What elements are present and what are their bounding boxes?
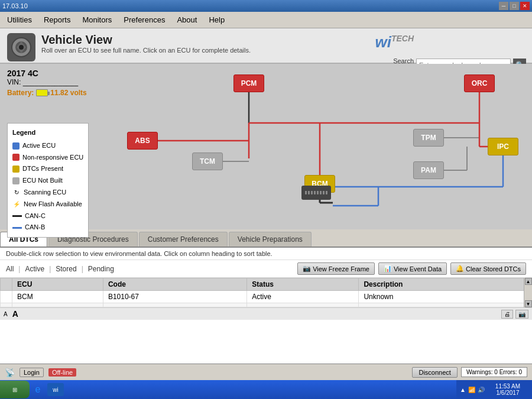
legend-can-b: CAN-B <box>12 222 83 233</box>
dtc-table: ECU Code Status Description BCM B1010-67… <box>0 278 532 307</box>
filter-active[interactable]: Active <box>25 265 44 273</box>
menu-about[interactable]: About <box>171 13 203 27</box>
col-select[interactable] <box>1 278 12 291</box>
legend-title: Legend <box>12 127 83 139</box>
clear-dtcs-icon: 🔔 <box>456 265 464 273</box>
screenshot-button[interactable]: 📷 <box>515 310 528 319</box>
cell-status <box>247 303 359 307</box>
can-c-line <box>12 215 22 217</box>
col-description[interactable]: Description <box>359 278 532 291</box>
svg-point-2 <box>19 45 24 50</box>
offline-badge: Off-line <box>48 368 76 377</box>
cell-ecu: BCM <box>12 291 103 303</box>
close-button[interactable]: ✕ <box>520 2 530 10</box>
table-row[interactable] <box>1 303 532 307</box>
rss-icon: 📡 <box>5 368 15 377</box>
cell-description <box>359 303 532 307</box>
active-ecu-dot <box>12 142 20 150</box>
clock-date: 1/6/2017 <box>492 390 524 396</box>
battery-volts: 11.82 volts <box>50 89 86 97</box>
app-header: Vehicle View Roll over an ECU to see ful… <box>0 28 532 64</box>
filter-all[interactable]: All <box>6 265 14 273</box>
clock-time: 11:53 AM <box>492 383 524 390</box>
cell-description: Unknown <box>359 291 532 303</box>
page-title: Vehicle View <box>41 33 251 47</box>
header-text: Vehicle View Roll over an ECU to see ful… <box>41 33 251 54</box>
freeze-frame-icon: 📷 <box>303 265 311 273</box>
col-code[interactable]: Code <box>103 278 246 291</box>
status-bar: 📡 Login Off-line Disconnect Warnings: 0 … <box>0 364 532 380</box>
view-freeze-frame-button[interactable]: 📷 View Freeze Frame <box>297 262 375 275</box>
table-scrollbar[interactable]: ▲ ▼ <box>524 278 532 307</box>
view-event-data-button[interactable]: 📊 View Event Data <box>378 262 447 275</box>
system-tray: ▲ 📶 🔊 11:53 AM 1/6/2017 <box>456 380 532 399</box>
font-row-left: A A <box>4 309 18 319</box>
ecu-orc[interactable]: ORC <box>464 74 495 92</box>
menu-preferences[interactable]: Preferences <box>118 13 171 27</box>
connector-pins <box>305 191 328 194</box>
nonresponsive-ecu-dot <box>12 154 20 161</box>
battery-icon <box>36 89 48 96</box>
cell-code: B1010-67 <box>103 291 246 303</box>
font-small-label: A <box>4 311 8 317</box>
font-large-label: A <box>12 309 18 319</box>
minimize-button[interactable]: ─ <box>499 2 508 10</box>
tray-volume-icon: 🔊 <box>478 387 485 393</box>
print-button[interactable]: 🖨 <box>501 310 513 319</box>
vehicle-view-area: 2017 4C VIN: ______________ Battery: 11.… <box>0 64 532 229</box>
wiring-diagram <box>100 70 526 223</box>
dtc-info-bar: Double-click row selection to view envir… <box>0 248 532 260</box>
ie-icon[interactable]: e <box>31 382 45 397</box>
col-status[interactable]: Status <box>247 278 359 291</box>
ecu-pam[interactable]: PAM <box>413 161 444 179</box>
clear-stored-dtcs-button[interactable]: 🔔 Clear Stored DTCs <box>450 262 526 275</box>
menu-bar: Utilities Reports Monitors Preferences A… <box>0 12 532 28</box>
status-left: 📡 Login Off-line <box>5 368 76 377</box>
legend-new-flash: ⚡ New Flash Available <box>12 199 83 210</box>
disconnect-button[interactable]: Disconnect <box>412 367 457 378</box>
table-row[interactable]: BCM B1010-67 Active Unknown <box>1 291 532 303</box>
tray-wifi-icon: 📶 <box>468 387 475 393</box>
windows-icon: ⊞ <box>12 387 17 393</box>
ecu-tpm[interactable]: TPM <box>413 129 444 147</box>
taskbar: ⊞ e wi ▲ 📶 🔊 11:53 AM 1/6/2017 <box>0 380 532 399</box>
scroll-up-arrow[interactable]: ▲ <box>525 278 532 285</box>
cell-select <box>1 303 12 307</box>
dtc-filter-left: All | Active | Stored | Pending <box>6 265 114 273</box>
tab-customer-preferences[interactable]: Customer Preferences <box>139 232 228 246</box>
can-b-line <box>12 227 22 229</box>
scroll-down-arrow[interactable]: ▼ <box>525 300 532 307</box>
login-badge[interactable]: Login <box>20 368 44 377</box>
menu-monitors[interactable]: Monitors <box>76 13 118 27</box>
menu-reports[interactable]: Reports <box>38 13 77 27</box>
ecu-tcm[interactable]: TCM <box>192 153 223 170</box>
maximize-button[interactable]: □ <box>510 2 519 10</box>
menu-help[interactable]: Help <box>203 13 231 27</box>
filter-pending[interactable]: Pending <box>88 265 114 273</box>
wi-taskbar-icon[interactable]: wi <box>47 383 64 396</box>
ecu-abs[interactable]: ABS <box>127 132 158 150</box>
ecu-pcm[interactable]: PCM <box>233 74 264 92</box>
scanning-icon: ↻ <box>12 189 21 197</box>
filter-stored[interactable]: Stored <box>56 265 76 273</box>
tab-vehicle-preparations[interactable]: Vehicle Preparations <box>229 232 312 246</box>
obd-connector[interactable] <box>301 186 331 200</box>
title-bar-text: 17.03.10 <box>2 2 28 9</box>
cell-select <box>1 291 12 303</box>
start-button[interactable]: ⊞ <box>0 381 30 398</box>
ecu-ipc[interactable]: IPC <box>488 138 518 155</box>
legend-ecu-not-built: ECU Not Built <box>12 175 83 187</box>
legend-scanning-ecu: ↻ Scanning ECU <box>12 187 83 199</box>
warnings-box: Warnings: 0 Errors: 0 <box>461 367 527 377</box>
ecu-diagram: PCM ABS TCM BCM ORC TPM PAM IPC <box>100 70 526 223</box>
legend-dtcs-present: DTCs Present <box>12 163 83 175</box>
cell-status: Active <box>247 291 359 303</box>
legend-active-ecu: Active ECU <box>12 140 83 152</box>
ecu-not-built-dot <box>12 177 20 184</box>
flash-icon: ⚡ <box>12 200 21 209</box>
cell-ecu <box>12 303 103 307</box>
menu-utilities[interactable]: Utilities <box>1 13 38 27</box>
witech-logo: wiTECH <box>375 33 414 51</box>
col-ecu[interactable]: ECU <box>12 278 103 291</box>
dtc-action-buttons: 📷 View Freeze Frame 📊 View Event Data 🔔 … <box>297 262 526 275</box>
